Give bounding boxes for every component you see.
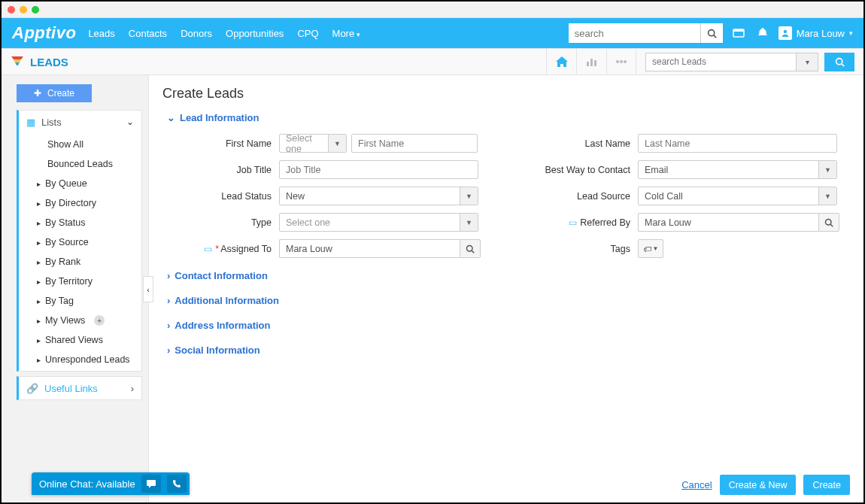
label-first-name: First Name	[162, 138, 279, 149]
brand-logo[interactable]: Apptivo	[12, 23, 76, 43]
card-icon: ▭	[204, 244, 212, 254]
svg-point-4	[783, 30, 786, 33]
assigned-to-lookup-button[interactable]	[460, 239, 481, 258]
field-job-title: Job Title	[162, 160, 491, 179]
user-menu[interactable]: Mara Louw ▾	[778, 26, 853, 40]
best-way-select[interactable]: Email ▼	[638, 160, 837, 179]
nav-opportunities[interactable]: Opportunities	[226, 28, 284, 39]
create-and-new-button[interactable]: Create & New	[720, 475, 797, 495]
sidebar-unresponded-leads[interactable]: ▸Unresponded Leads	[19, 350, 141, 369]
minimize-window-dot[interactable]	[20, 6, 27, 14]
chevron-right-icon: ›	[167, 345, 170, 356]
link-icon: 🔗	[26, 383, 38, 394]
svg-marker-6	[14, 59, 21, 62]
chevron-right-icon: ›	[167, 270, 170, 281]
more-options-icon[interactable]	[606, 49, 636, 74]
sidebar-lists-block: ▦ Lists ⌄ Show All Bounced Leads ▸By Que…	[17, 110, 142, 372]
svg-point-13	[624, 60, 627, 63]
chevron-down-icon: ⌄	[126, 117, 134, 127]
sidebar-show-all[interactable]: Show All	[19, 135, 141, 154]
svg-marker-5	[11, 56, 23, 59]
sidebar-useful-links[interactable]: 🔗 Useful Links ›	[17, 376, 142, 400]
module-search-button[interactable]	[824, 53, 854, 71]
section-social-information[interactable]: › Social Information	[167, 345, 850, 356]
assigned-to-input[interactable]	[279, 239, 460, 258]
svg-point-12	[620, 60, 623, 63]
section-additional-information[interactable]: › Additional Information	[167, 295, 850, 306]
apps-icon[interactable]	[730, 25, 747, 41]
first-name-input[interactable]	[351, 134, 478, 153]
svg-point-0	[708, 29, 714, 35]
funnel-icon	[11, 55, 24, 68]
search-icon	[707, 29, 717, 38]
field-assigned-to: ▭*Assigned To	[162, 239, 491, 258]
nav-donors[interactable]: Donors	[181, 28, 212, 39]
sidebar-lists-header[interactable]: ▦ Lists ⌄	[19, 111, 141, 133]
section-contact-information[interactable]: › Contact Information	[167, 270, 850, 281]
svg-rect-8	[587, 62, 589, 66]
sidebar-by-territory[interactable]: ▸By Territory	[19, 272, 141, 291]
chevron-right-icon: ›	[131, 383, 134, 394]
chart-icon[interactable]	[576, 49, 606, 74]
card-icon: ▭	[569, 217, 577, 228]
salutation-select[interactable]: Select one ▼	[279, 134, 347, 153]
chevron-down-icon: ▼	[653, 245, 659, 252]
label-job-title: Job Title	[162, 165, 279, 175]
last-name-input[interactable]	[638, 134, 837, 153]
nav-leads[interactable]: Leads	[88, 28, 114, 39]
home-icon[interactable]	[546, 49, 576, 74]
sidebar: ✚ Create ▦ Lists ⌄ Show All Bounced Lead…	[2, 75, 149, 504]
sidebar-bounced-leads[interactable]: Bounced Leads	[19, 154, 141, 174]
type-select[interactable]: Select one ▼	[279, 213, 478, 232]
nav-items: Leads Contacts Donors Opportunities CPQ …	[88, 28, 360, 39]
sidebar-by-tag[interactable]: ▸By Tag	[19, 291, 141, 311]
module-search-dropdown[interactable]: ▾	[796, 53, 818, 71]
sidebar-shared-views[interactable]: ▸Shared Views	[19, 330, 141, 350]
create-button[interactable]: ✚ Create	[17, 84, 92, 102]
chat-call-button[interactable]	[167, 475, 187, 493]
svg-marker-7	[15, 62, 20, 65]
tags-button[interactable]: 🏷▼	[638, 239, 663, 258]
chevron-down-icon: ▼	[818, 161, 836, 178]
nav-cpq[interactable]: CPQ	[297, 28, 318, 39]
nav-contacts[interactable]: Contacts	[129, 28, 167, 39]
label-last-name: Last Name	[521, 138, 638, 149]
module-header: LEADS ▾	[2, 48, 863, 75]
job-title-input[interactable]	[279, 160, 478, 179]
svg-point-18	[467, 245, 473, 251]
close-window-dot[interactable]	[8, 6, 15, 14]
referred-by-input[interactable]	[638, 213, 818, 232]
sidebar-by-source[interactable]: ▸By Source	[19, 232, 141, 252]
search-icon	[466, 244, 475, 254]
section-lead-information[interactable]: ⌄ Lead Information	[167, 112, 850, 123]
chat-message-button[interactable]	[141, 475, 161, 493]
sidebar-by-status[interactable]: ▸By Status	[19, 213, 141, 232]
label-type: Type	[162, 217, 279, 228]
notifications-icon[interactable]	[754, 25, 771, 41]
lead-status-select[interactable]: New ▼	[279, 187, 478, 205]
tag-icon: 🏷	[643, 244, 651, 254]
svg-line-1	[714, 35, 716, 37]
nav-more[interactable]: More ▾	[332, 28, 360, 39]
section-address-information[interactable]: › Address Information	[167, 320, 850, 331]
sidebar-collapse-handle[interactable]: ‹	[143, 276, 153, 302]
create-submit-button[interactable]: Create	[803, 475, 850, 495]
chat-widget[interactable]: Online Chat: Available	[32, 472, 190, 495]
sidebar-by-rank[interactable]: ▸By Rank	[19, 252, 141, 272]
add-view-icon[interactable]: +	[94, 315, 105, 326]
svg-line-19	[472, 250, 474, 253]
global-search-button[interactable]	[700, 23, 723, 43]
maximize-window-dot[interactable]	[32, 6, 39, 14]
svg-point-16	[826, 219, 832, 225]
module-search-input[interactable]	[645, 53, 796, 71]
sidebar-by-queue[interactable]: ▸By Queue	[19, 174, 141, 193]
referred-by-lookup-button[interactable]	[818, 213, 839, 232]
cancel-link[interactable]: Cancel	[681, 479, 712, 490]
phone-icon	[172, 479, 181, 488]
sidebar-by-directory[interactable]: ▸By Directory	[19, 193, 141, 213]
field-best-way: Best Way to Contact Email ▼	[521, 160, 850, 179]
sidebar-my-views[interactable]: ▸My Views+	[19, 311, 141, 330]
global-search-input[interactable]	[569, 23, 700, 43]
grid-icon: ▦	[26, 117, 35, 128]
lead-source-select[interactable]: Cold Call ▼	[638, 187, 837, 205]
